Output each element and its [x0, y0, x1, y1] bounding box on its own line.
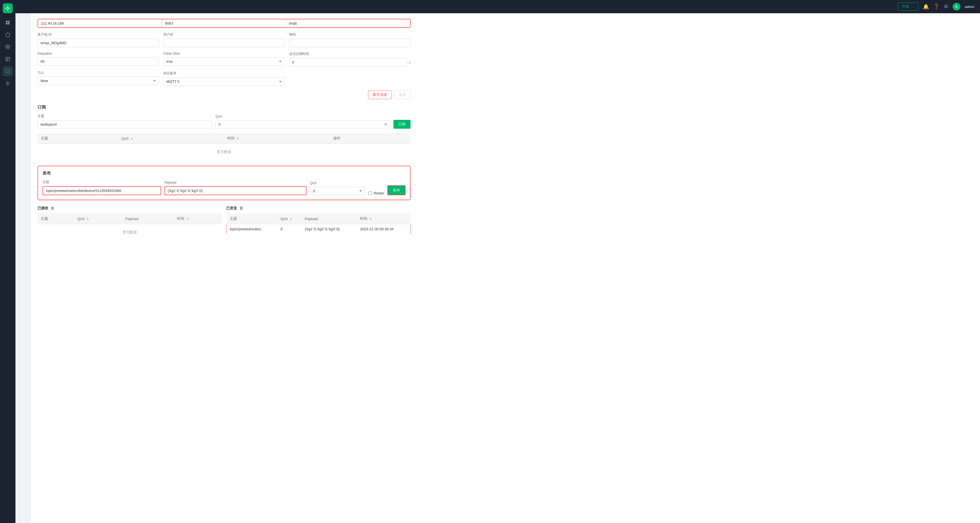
protocol-group: 协议版本 MQTT 5 MQTT 3.1.1 MQTT 3.1 — [163, 71, 285, 86]
username-label: admin — [965, 5, 974, 9]
protocol-select[interactable]: MQTT 5 MQTT 3.1.1 MQTT 3.1 — [163, 77, 285, 86]
session-expiry-group: 会话过期时间 s — [289, 52, 410, 67]
publish-section-title: 发布 — [43, 171, 406, 176]
session-expiry-unit: s — [409, 60, 411, 64]
sent-qos-sort[interactable]: ⇅ — [290, 218, 292, 221]
username-input[interactable] — [163, 39, 285, 47]
sent-col-time: 时间 ⇅ — [357, 214, 410, 224]
received-title: 已接收 — [38, 206, 48, 211]
app-logo[interactable] — [3, 3, 13, 13]
subscribe-qos-group: QoS 0 1 2 — [215, 115, 390, 129]
publish-qos-select[interactable]: 0 1 2 — [310, 187, 365, 195]
client-id-input[interactable] — [38, 39, 159, 47]
session-expiry-label: 会话过期时间 — [289, 52, 410, 56]
publish-payload-group: Payload — [164, 180, 307, 195]
svg-rect-3 — [6, 23, 8, 25]
sidebar-item-search[interactable] — [3, 66, 13, 76]
clean-start-group: Clean Start true false — [163, 52, 285, 67]
clean-start-select[interactable]: true false — [163, 57, 285, 66]
host-input[interactable] — [38, 19, 162, 27]
disconnect-button[interactable]: 断开连接 — [368, 90, 392, 99]
subscribe-topic-label: 主题 — [38, 114, 212, 118]
received-col-topic: 主题 — [38, 214, 74, 224]
publish-button[interactable]: 发布 — [387, 185, 406, 195]
svg-point-10 — [6, 69, 9, 73]
sent-panel: 已发送 🗑 主题 QoS ⇅ Payload 时间 ⇅ topic/previ — [226, 206, 410, 246]
bottom-panels: 已接收 🗑 主题 QoS ⇅ Payload 时间 ⇅ 暂 — [38, 206, 410, 246]
sidebar-item-security[interactable] — [3, 30, 13, 40]
sidebar — [0, 0, 16, 523]
upgrade-button[interactable]: 升级 → — [898, 3, 918, 11]
received-empty-row: 暂无数据 — [38, 224, 222, 241]
session-expiry-input[interactable] — [289, 58, 407, 67]
keepalive-input[interactable] — [38, 57, 159, 66]
avatar[interactable]: A — [953, 3, 961, 11]
publish-payload-input[interactable] — [164, 186, 307, 195]
svg-point-0 — [6, 7, 8, 9]
connection-row — [38, 19, 410, 28]
tls-label: TLS — [38, 71, 159, 75]
received-qos-sort[interactable]: ⇅ — [87, 218, 89, 221]
help-icon[interactable]: ❓ — [933, 3, 939, 10]
connect-button[interactable]: 连接 — [394, 90, 410, 99]
sent-cell-qos: 0 — [277, 224, 302, 234]
subscribe-qos-select[interactable]: 0 1 2 — [215, 120, 390, 129]
received-col-qos: QoS ⇅ — [74, 214, 122, 224]
client-id-label: 客户端 ID — [38, 32, 159, 37]
received-clear-icon[interactable]: 🗑 — [51, 206, 54, 210]
svg-point-5 — [6, 45, 10, 49]
publish-qos-group: QoS 0 1 2 — [310, 181, 365, 195]
notification-icon[interactable]: 🔔 — [923, 3, 929, 10]
subscribe-col-time: 时间 ⇅ — [224, 133, 330, 144]
subscribe-topic-group: 主题 — [38, 114, 212, 129]
time-sort-icon[interactable]: ⇅ — [237, 137, 239, 140]
sent-time-sort[interactable]: ⇅ — [369, 217, 372, 220]
svg-rect-1 — [6, 21, 8, 22]
username-label: 用户名 — [163, 32, 285, 37]
qos-sort-icon[interactable]: ⇅ — [131, 137, 133, 140]
password-input[interactable] — [289, 39, 410, 47]
sidebar-item-dashboard[interactable] — [3, 18, 13, 28]
main-content: 客户端 ID 用户名 密码 Keepalive Clean Start true — [31, 13, 980, 523]
clean-start-label: Clean Start — [163, 52, 285, 56]
publish-topic-input[interactable] — [43, 186, 161, 195]
sent-cell-time: 2023-12-30 00:39:34 — [357, 224, 410, 234]
svg-point-12 — [7, 83, 8, 84]
received-col-time: 时间 ⇅ — [174, 214, 222, 224]
client-id-group: 客户端 ID — [38, 32, 159, 47]
keepalive-row: Keepalive Clean Start true false 会话过期时间 … — [38, 52, 410, 67]
retain-checkbox-group: Retain — [368, 186, 384, 195]
publish-qos-label: QoS — [310, 181, 365, 185]
received-col-payload: Payload — [122, 214, 174, 224]
sidebar-item-plugins[interactable] — [3, 54, 13, 64]
sidebar-item-monitor[interactable] — [3, 42, 13, 52]
subscribe-button[interactable]: 订阅 — [393, 120, 410, 129]
sent-title: 已发送 — [226, 206, 237, 211]
tls-row: TLS false true 协议版本 MQTT 5 MQTT 3.1.1 MQ… — [38, 71, 410, 86]
received-panel: 已接收 🗑 主题 QoS ⇅ Payload 时间 ⇅ 暂 — [38, 206, 222, 246]
port-input[interactable] — [162, 19, 286, 27]
tls-select[interactable]: false true — [38, 77, 159, 85]
sidebar-item-settings[interactable] — [3, 78, 13, 88]
subscribe-empty-row: 暂无数据 — [38, 144, 410, 160]
subscribe-col-topic: 主题 — [38, 133, 118, 144]
received-time-sort[interactable]: ⇅ — [186, 217, 189, 220]
protocol-label: 协议版本 — [163, 71, 285, 76]
sent-col-topic: 主题 — [226, 214, 277, 224]
subscribe-qos-label: QoS — [215, 115, 390, 118]
sent-cell-topic: topic/preview/subsc — [226, 224, 277, 234]
password-label: 密码 — [289, 32, 410, 37]
sent-clear-icon[interactable]: 🗑 — [239, 206, 243, 210]
subscribe-col-qos: QoS ⇅ — [118, 133, 224, 144]
gear-icon[interactable]: ⚙ — [944, 3, 948, 10]
sent-cell-payload: {'kg1':0,'kg2':0,'kg3':0} — [302, 224, 357, 234]
svg-rect-7 — [6, 57, 10, 61]
subscribe-table: 主题 QoS ⇅ 时间 ⇅ 操作 暂无数据 — [38, 133, 410, 160]
retain-checkbox[interactable] — [368, 191, 372, 195]
tls-group: TLS false true — [38, 71, 159, 86]
sent-col-payload: Payload — [302, 214, 357, 224]
sent-table-row: topic/preview/subsc 0 {'kg1':0,'kg2':0,'… — [226, 224, 410, 234]
path-input[interactable] — [286, 19, 410, 27]
subscribe-topic-input[interactable] — [38, 120, 212, 129]
keepalive-label: Keepalive — [38, 52, 159, 56]
